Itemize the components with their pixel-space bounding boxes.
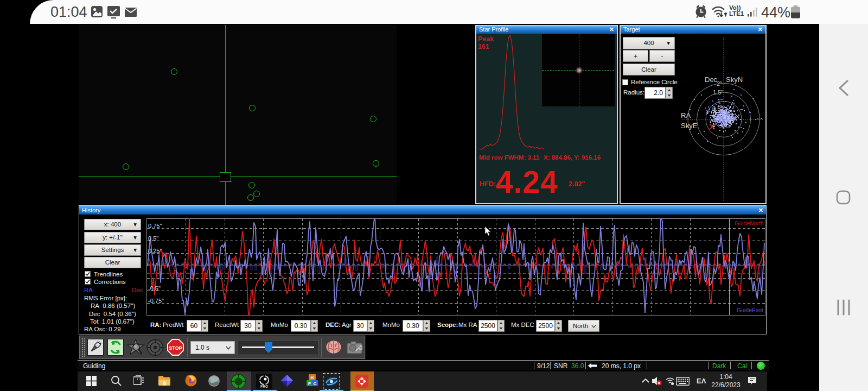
svg-text:PRO: PRO [260,384,268,388]
svg-text:GuideNorth: GuideNorth [735,220,764,226]
svg-text:1": 1" [717,98,723,104]
svg-text:STOP: STOP [169,345,182,351]
svg-text:-0.75": -0.75" [148,298,164,304]
svg-text:1.5": 1.5" [713,89,723,96]
svg-text:0.75": 0.75" [148,223,162,229]
svg-text:GuideEast: GuideEast [737,307,763,313]
svg-text:H: H [311,375,314,380]
svg-text:SkyE: SkyE [681,122,698,130]
svg-text:0.5": 0.5" [712,105,723,112]
svg-text:-0.5": -0.5" [148,285,161,292]
svg-text:Dec: Dec [705,75,718,84]
svg-text:0.5": 0.5" [148,235,158,242]
svg-text:SkyN: SkyN [726,75,743,84]
svg-text:C: C [314,381,317,386]
svg-text:0.25": 0.25" [148,248,162,254]
svg-text:RA: RA [681,111,691,119]
svg-text:F: F [308,381,311,386]
svg-text:2": 2" [717,80,722,87]
